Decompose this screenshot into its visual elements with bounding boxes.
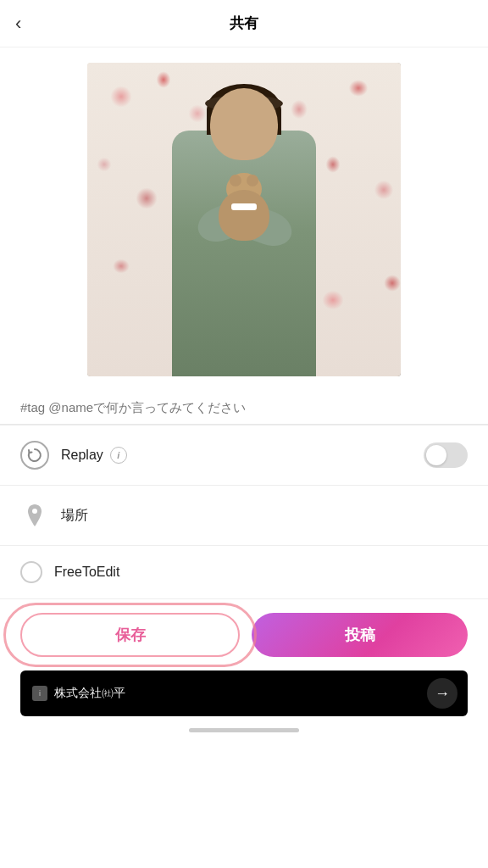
location-label: 場所: [61, 507, 88, 525]
svg-point-0: [32, 509, 37, 514]
location-row[interactable]: 場所: [0, 486, 488, 546]
caption-area[interactable]: [0, 388, 488, 425]
replay-row[interactable]: Replay i: [0, 426, 488, 486]
caption-input[interactable]: [20, 400, 468, 415]
home-bar: [189, 728, 299, 732]
head-shape: [210, 88, 278, 160]
freetoedit-label: FreeToEdit: [54, 565, 119, 580]
replay-info-icon[interactable]: i: [110, 447, 127, 464]
person-figure: [159, 88, 329, 376]
ad-banner[interactable]: i 株式会社㈳平 →: [20, 670, 468, 716]
toggle-thumb: [426, 445, 446, 465]
bear-body: [219, 190, 269, 241]
teddy-bear: [210, 173, 278, 241]
app-header: ‹ 共有: [0, 0, 488, 47]
bear-ear-left: [230, 175, 241, 186]
bear-ear-right: [247, 175, 258, 186]
replay-toggle[interactable]: [424, 442, 468, 468]
location-icon: [20, 501, 49, 530]
save-button[interactable]: 保存: [20, 613, 240, 657]
bear-ribbon: [231, 203, 257, 210]
ad-text: 株式会社㈳平: [54, 686, 125, 701]
back-button[interactable]: ‹: [15, 13, 21, 35]
home-indicator: [0, 716, 488, 739]
post-button[interactable]: 投稿: [252, 613, 468, 657]
radio-button[interactable]: [20, 561, 42, 583]
replay-label: Replay: [61, 448, 103, 463]
freetoedit-row[interactable]: FreeToEdit: [0, 546, 488, 599]
image-container: [0, 47, 488, 388]
post-image: [87, 63, 401, 376]
ad-arrow-button[interactable]: →: [427, 678, 458, 709]
action-buttons: 保存 投稿: [0, 599, 488, 670]
header-title: 共有: [230, 14, 258, 33]
ad-badge: i: [32, 686, 47, 701]
replay-icon: [20, 441, 49, 470]
